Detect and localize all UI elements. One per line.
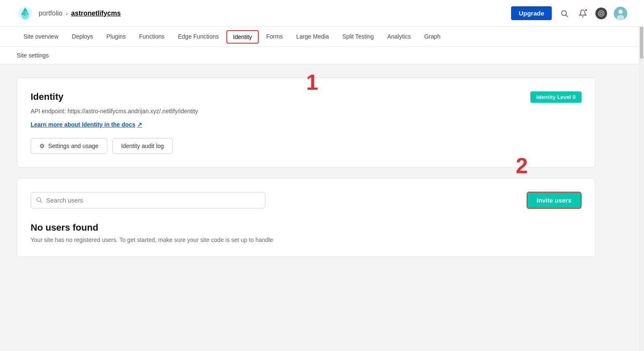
- notification-badge: [584, 8, 588, 12]
- no-users-desc: Your site has no registered users. To ge…: [31, 237, 582, 243]
- sub-nav: Site settings: [0, 47, 644, 64]
- settings-usage-label: Settings and usage: [48, 143, 99, 149]
- gear-icon: ⚙: [39, 143, 45, 149]
- identity-card-header: Identity Identity Level 0: [31, 91, 582, 103]
- search-row: Invite users: [31, 192, 582, 209]
- breadcrumb-current[interactable]: astronetlifycms: [71, 10, 121, 17]
- nav-analytics[interactable]: Analytics: [381, 27, 418, 47]
- audit-log-label: Identity audit log: [121, 143, 164, 149]
- svg-line-6: [566, 15, 568, 17]
- breadcrumb-arrow: ›: [66, 10, 68, 17]
- svg-point-11: [617, 15, 624, 20]
- svg-point-7: [598, 10, 604, 16]
- nav-identity[interactable]: Identity: [226, 30, 259, 44]
- nav-functions[interactable]: Functions: [132, 27, 171, 47]
- learn-more-label: Learn more about Identity in the docs: [31, 121, 135, 128]
- main-content: Identity Identity Level 0 API endpoint: …: [0, 64, 612, 270]
- search-input-icon: [36, 196, 42, 204]
- site-settings-link[interactable]: Site settings: [17, 52, 49, 59]
- upgrade-button[interactable]: Upgrade: [511, 6, 552, 20]
- invite-users-button[interactable]: Invite users: [527, 192, 582, 209]
- nav-plugins[interactable]: Plugins: [100, 27, 132, 47]
- nav-graph[interactable]: Graph: [418, 27, 447, 47]
- avatar[interactable]: [614, 7, 627, 20]
- settings-usage-button[interactable]: ⚙ Settings and usage: [31, 138, 107, 154]
- no-users-title: No users found: [31, 222, 582, 233]
- svg-point-10: [618, 10, 623, 14]
- api-endpoint-url: https://astro-netlifycms.andrijan.xyz/.n…: [68, 108, 198, 114]
- nav-deploys[interactable]: Deploys: [65, 27, 100, 47]
- nav-large-media[interactable]: Large Media: [290, 27, 336, 47]
- card-actions: ⚙ Settings and usage Identity audit log: [31, 138, 582, 154]
- audit-log-button[interactable]: Identity audit log: [112, 138, 173, 154]
- nav-edge-functions[interactable]: Edge Functions: [171, 27, 225, 47]
- svg-line-13: [40, 201, 42, 203]
- nav-site-overview[interactable]: Site overview: [17, 27, 65, 47]
- netlify-logo[interactable]: [17, 5, 34, 22]
- search-users-input[interactable]: [31, 192, 265, 208]
- learn-more-arrow: ↗: [137, 121, 142, 128]
- search-icon[interactable]: [558, 8, 570, 19]
- annotation-1: 1: [306, 70, 318, 95]
- identity-card-title: Identity: [31, 91, 63, 102]
- svg-point-5: [561, 10, 566, 16]
- search-input-wrap: [31, 192, 265, 208]
- svg-point-8: [600, 12, 602, 15]
- api-endpoint-label: API endpoint:: [31, 108, 66, 114]
- notification-icon[interactable]: [577, 8, 589, 19]
- header-left: portfolio › astronetlifycms: [17, 5, 511, 22]
- scrollbar[interactable]: [639, 0, 644, 270]
- header: portfolio › astronetlifycms Upgrade: [0, 0, 644, 27]
- api-endpoint-text: API endpoint: https://astro-netlifycms.a…: [31, 108, 582, 114]
- learn-more-link[interactable]: Learn more about Identity in the docs ↗: [31, 121, 142, 128]
- nav-forms[interactable]: Forms: [260, 27, 290, 47]
- users-card: Invite users No users found Your site ha…: [17, 178, 595, 257]
- identity-level-badge: Identity Level 0: [530, 91, 582, 103]
- header-right: Upgrade: [511, 6, 627, 20]
- breadcrumb: portfolio › astronetlifycms: [39, 10, 121, 17]
- nav-split-testing[interactable]: Split Testing: [335, 27, 380, 47]
- breadcrumb-parent[interactable]: portfolio: [39, 10, 62, 17]
- cdn-icon[interactable]: [595, 8, 607, 19]
- nav-bar: Site overview Deploys Plugins Functions …: [0, 27, 644, 47]
- svg-point-12: [37, 198, 41, 201]
- identity-card: Identity Identity Level 0 API endpoint: …: [17, 78, 595, 168]
